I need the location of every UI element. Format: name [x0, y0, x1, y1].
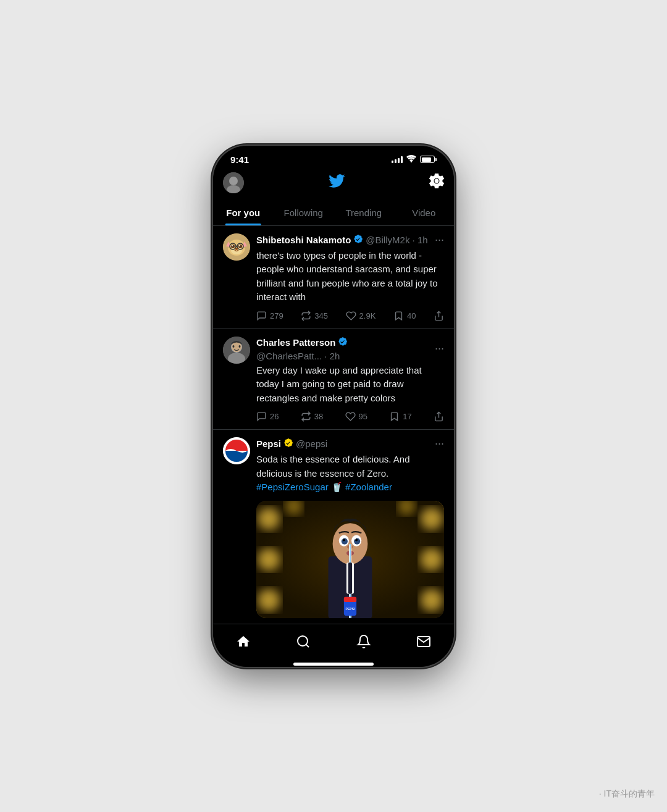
tweet-text: Soda is the essence of delicious. And de… [256, 453, 444, 495]
twitter-logo [328, 172, 345, 194]
more-options-button[interactable]: ··· [430, 342, 444, 355]
svg-line-57 [306, 644, 309, 647]
svg-point-15 [239, 245, 240, 246]
svg-point-1 [229, 177, 238, 185]
reply-button[interactable]: 26 [256, 411, 279, 422]
svg-point-31 [258, 588, 280, 611]
tab-video[interactable]: Video [394, 199, 455, 225]
app-header [213, 167, 454, 199]
status-bar: 9:41 [213, 146, 454, 167]
tweet-handle: @BillyM2k · 1h [366, 235, 427, 245]
svg-point-29 [258, 507, 280, 529]
svg-point-23 [233, 345, 235, 348]
nav-search[interactable] [286, 630, 321, 656]
battery-icon [420, 156, 437, 163]
tweet-header: Shibetoshi Nakamoto @BillyM2k · 1h ··· [256, 233, 444, 246]
tweet-actions: 279 345 2.9K [256, 311, 444, 321]
tweet-content: Shibetoshi Nakamoto @BillyM2k · 1h ··· t… [256, 233, 444, 321]
nav-home[interactable] [226, 630, 261, 656]
home-indicator [293, 663, 374, 666]
bottom-navigation [213, 624, 454, 659]
tab-for-you[interactable]: For you [213, 199, 274, 225]
tweet-name-row: Shibetoshi Nakamoto @BillyM2k · 1h [256, 234, 430, 246]
svg-rect-54 [344, 596, 356, 601]
more-options-button[interactable]: ··· [430, 233, 444, 246]
svg-point-12 [231, 245, 235, 248]
share-button[interactable] [434, 411, 444, 422]
like-button[interactable]: 95 [345, 411, 367, 422]
phone-frame: 9:41 [213, 146, 454, 667]
signal-icon [392, 156, 403, 163]
settings-icon[interactable] [429, 174, 444, 192]
tweet-avatar[interactable] [223, 337, 250, 364]
svg-point-24 [239, 345, 241, 348]
nav-messages[interactable] [406, 630, 441, 656]
tweet-feed: Shibetoshi Nakamoto @BillyM2k · 1h ··· t… [213, 226, 454, 624]
svg-point-33 [420, 548, 442, 570]
tweet-handle: @CharlesPatt... · 2h [256, 351, 340, 361]
tweet-item: Charles Patterson @CharlesPatt... · 2h ·… [213, 329, 454, 430]
retweet-button[interactable]: 345 [301, 311, 328, 321]
svg-point-13 [238, 245, 242, 248]
svg-point-45 [342, 538, 343, 539]
verified-badge [353, 234, 363, 246]
tweet-header: Charles Patterson @CharlesPatt... · 2h ·… [256, 337, 444, 361]
svg-point-34 [420, 588, 442, 611]
tweet-item: Pepsi @pepsi ··· Soda is the essence of … [213, 430, 454, 624]
tweet-header: Pepsi @pepsi ··· [256, 437, 444, 450]
svg-point-46 [354, 538, 356, 539]
tweet-content: Charles Patterson @CharlesPatt... · 2h ·… [256, 337, 444, 422]
tweet-avatar[interactable] [223, 233, 250, 261]
watermark: · IT奋斗的青年 [599, 789, 655, 800]
tweet-username: Shibetoshi Nakamoto [256, 235, 351, 245]
bookmark-button[interactable]: 40 [393, 311, 416, 321]
bookmark-button[interactable]: 17 [389, 411, 411, 422]
tweet-actions: 26 38 95 [256, 411, 444, 422]
tab-trending[interactable]: Trending [334, 199, 394, 225]
wifi-icon [406, 155, 416, 164]
tweet-text: there's two types of people in the world… [256, 249, 444, 304]
reply-button[interactable]: 279 [256, 311, 283, 321]
svg-point-32 [420, 507, 442, 529]
status-icons [392, 155, 437, 164]
like-button[interactable]: 2.9K [346, 311, 376, 321]
tweet-name-row: Charles Patterson @CharlesPatt... · 2h [256, 337, 430, 361]
verified-gold-badge [283, 438, 293, 450]
tweet-name-row: Pepsi @pepsi [256, 438, 430, 450]
tweet-avatar[interactable] [223, 437, 250, 464]
tweet-username: Charles Patterson [256, 337, 335, 348]
svg-point-14 [232, 245, 233, 246]
tab-following[interactable]: Following [274, 199, 334, 225]
tweet-hashtags[interactable]: #PepsiZeroSugar 🥤 #Zoolander [256, 482, 392, 492]
svg-point-30 [258, 548, 280, 570]
retweet-button[interactable]: 38 [301, 411, 323, 422]
status-time: 9:41 [230, 154, 249, 165]
svg-rect-52 [348, 563, 352, 594]
tweet-item: Shibetoshi Nakamoto @BillyM2k · 1h ··· t… [213, 226, 454, 329]
screen: 9:41 [213, 146, 454, 667]
user-avatar[interactable] [223, 172, 244, 193]
nav-notifications[interactable] [346, 630, 381, 656]
tweet-handle: @pepsi [296, 438, 327, 449]
svg-point-56 [298, 636, 308, 646]
svg-text:PEPSI: PEPSI [346, 607, 355, 611]
tweet-image[interactable]: PEPSI [256, 501, 444, 618]
feed-tabs: For you Following Trending Video [213, 199, 454, 226]
verified-badge [338, 337, 348, 348]
svg-point-17 [235, 248, 238, 250]
tweet-content: Pepsi @pepsi ··· Soda is the essence of … [256, 437, 444, 624]
share-button[interactable] [434, 311, 444, 321]
more-options-button[interactable]: ··· [430, 437, 444, 450]
tweet-text: Every day I wake up and appreciate that … [256, 364, 444, 406]
tweet-username: Pepsi [256, 438, 281, 449]
